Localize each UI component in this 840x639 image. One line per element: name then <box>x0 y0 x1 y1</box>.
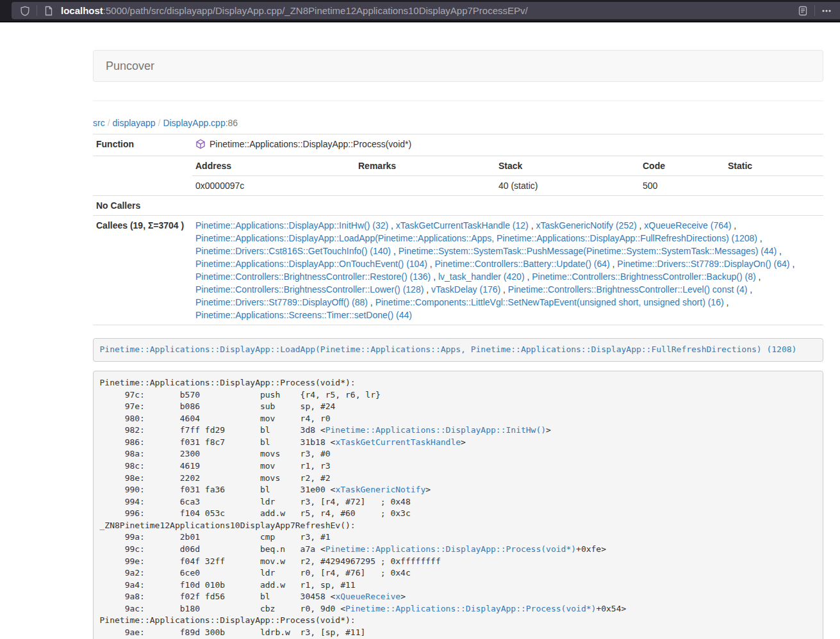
callee-link[interactable]: Pinetime::Controllers::Battery::Update()… <box>435 259 610 269</box>
urlbar-divider <box>37 5 37 16</box>
callee-link[interactable]: xTaskGenericNotify (252) <box>536 220 636 231</box>
code-value: 500 <box>639 176 725 196</box>
page-content: Puncover src/displayapp/DisplayApp.cpp:8… <box>93 50 823 639</box>
browser-toolbar: localhost:5000/path/src/displayapp/Displ… <box>0 0 840 22</box>
code-symbol-link[interactable]: Pinetime::Applications::DisplayApp::Proc… <box>345 604 596 613</box>
breadcrumb-link-displayapp[interactable]: displayapp <box>113 118 156 128</box>
code-symbol-link[interactable]: xTaskGenericNotify <box>335 485 425 494</box>
callee-link[interactable]: xTaskGetCurrentTaskHandle (12) <box>396 220 529 231</box>
remarks-value <box>355 176 495 196</box>
toolbar-divider <box>814 5 815 16</box>
callee-link[interactable]: Pinetime::Drivers::St7789::DisplayOff() … <box>195 297 368 307</box>
breadcrumb-link-src[interactable]: src <box>93 118 105 128</box>
callee-link[interactable]: Pinetime::Drivers::Cst816S::GetTouchInfo… <box>195 246 391 256</box>
metrics-table: Address Remarks Stack Code Static 0x0000… <box>192 156 823 195</box>
callee-link[interactable]: Pinetime::Drivers::St7789::DisplayOn() (… <box>617 259 789 269</box>
function-name-cell: Pinetime::Applications::DisplayApp::Proc… <box>192 134 823 156</box>
url-host: localhost <box>61 5 103 16</box>
callee-link[interactable]: lv_task_handler (420) <box>438 271 525 282</box>
function-row: Function Pinetime::Applications::Display… <box>93 134 823 156</box>
more-menu-icon[interactable] <box>818 3 835 19</box>
url-text[interactable]: localhost:5000/path/src/displayapp/Displ… <box>61 5 795 16</box>
callee-link[interactable]: Pinetime::Controllers::BrightnessControl… <box>195 284 424 295</box>
selected-callee-link[interactable]: Pinetime::Applications::DisplayApp::Load… <box>100 344 797 354</box>
address-value: 0x0000097c <box>192 176 355 196</box>
no-callers-label: No Callers <box>93 196 192 216</box>
callee-link[interactable]: Pinetime::System::SystemTask::PushMessag… <box>399 246 777 256</box>
callee-link[interactable]: Pinetime::Controllers::BrightnessControl… <box>532 271 755 282</box>
function-name: Pinetime::Applications::DisplayApp::Proc… <box>210 139 411 149</box>
shield-icon[interactable] <box>17 3 33 19</box>
code-symbol-link[interactable]: xQueueReceive <box>335 592 400 601</box>
code-symbol-link[interactable]: Pinetime::Applications::DisplayApp::Proc… <box>325 544 576 554</box>
breadcrumb-separator: / <box>156 118 163 128</box>
stack-value: 40 (static) <box>495 176 639 196</box>
divider <box>93 101 823 101</box>
url-bar[interactable]: localhost:5000/path/src/displayapp/Displ… <box>12 2 840 19</box>
no-callers-cell <box>192 196 823 216</box>
callee-link[interactable]: Pinetime::Applications::DisplayApp::Load… <box>195 233 757 243</box>
breadcrumb-line-number: :86 <box>226 118 238 128</box>
brand-link[interactable]: Puncover <box>106 60 154 73</box>
static-value <box>725 176 823 196</box>
disassembly-code: Pinetime::Applications::DisplayApp::Proc… <box>93 371 823 639</box>
column-header-code: Code <box>639 156 725 176</box>
code-symbol-link[interactable]: Pinetime::Applications::DisplayApp::Init… <box>325 425 546 435</box>
no-callers-row: No Callers <box>93 196 823 216</box>
column-header-static: Static <box>725 156 823 176</box>
callee-link[interactable]: Pinetime::Controllers::BrightnessControl… <box>508 284 747 295</box>
callee-link[interactable]: vTaskDelay (176) <box>431 284 500 295</box>
callees-label: Callees (19, Σ=3704 ) <box>93 216 192 325</box>
callees-row: Callees (19, Σ=3704 ) Pinetime::Applicat… <box>93 216 823 325</box>
callee-link[interactable]: Pinetime::Applications::DisplayApp::Init… <box>195 220 388 231</box>
url-path: :5000/path/src/displayapp/DisplayApp.cpp… <box>103 5 528 16</box>
callees-list: Pinetime::Applications::DisplayApp::Init… <box>192 216 823 325</box>
breadcrumb: src/displayapp/DisplayApp.cpp:86 <box>93 117 823 129</box>
column-header-remarks: Remarks <box>355 156 495 176</box>
page-icon <box>40 3 57 19</box>
callee-link[interactable]: xQueueReceive (764) <box>644 220 731 231</box>
app-navbar: Puncover <box>93 50 823 82</box>
selected-callee-box: Pinetime::Applications::DisplayApp::Load… <box>93 338 823 362</box>
callee-link[interactable]: Pinetime::Components::LittleVgl::SetNewT… <box>375 297 724 307</box>
table-row: 0x0000097c 40 (static) 500 <box>192 176 823 196</box>
column-header-address: Address <box>192 156 355 176</box>
callee-link[interactable]: Pinetime::Applications::Screens::Timer::… <box>195 310 412 320</box>
breadcrumb-separator: / <box>105 118 113 128</box>
reader-mode-icon[interactable] <box>795 3 811 19</box>
breadcrumb-link-file[interactable]: DisplayApp.cpp <box>163 118 225 128</box>
column-header-stack: Stack <box>495 156 639 176</box>
function-table: Function Pinetime::Applications::Display… <box>93 134 823 325</box>
metrics-row-spacer <box>93 156 192 196</box>
callee-link[interactable]: Pinetime::Controllers::BrightnessControl… <box>195 271 431 282</box>
code-symbol-link[interactable]: xTaskGetCurrentTaskHandle <box>335 437 461 447</box>
callee-link[interactable]: Pinetime::Applications::DisplayApp::OnTo… <box>195 259 427 269</box>
metrics-row: Address Remarks Stack Code Static 0x0000… <box>93 156 823 196</box>
cube-icon <box>195 139 206 152</box>
function-label: Function <box>93 134 192 156</box>
